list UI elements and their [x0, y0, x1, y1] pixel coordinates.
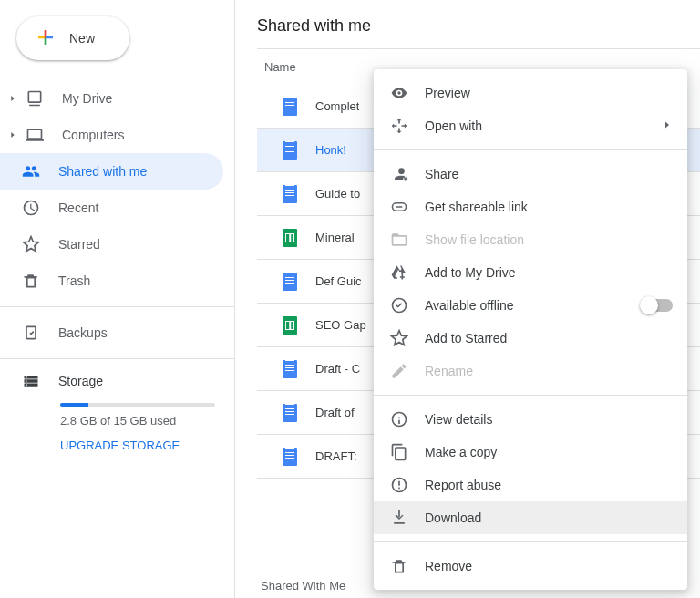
docs-icon: [279, 402, 301, 424]
menu-item-label: Remove: [425, 559, 472, 573]
storage-label: Storage: [58, 374, 103, 388]
docs-icon: [279, 96, 301, 118]
file-name: Complet: [315, 99, 359, 113]
download-icon: [388, 507, 410, 529]
menu-item-label: Download: [425, 510, 481, 525]
menu-item-remove[interactable]: Remove: [374, 550, 687, 583]
eye-icon: [388, 82, 410, 104]
divider: [0, 306, 234, 307]
share-icon: [388, 163, 410, 185]
menu-item-label: Add to Starred: [425, 331, 507, 345]
folder-icon: [388, 229, 410, 251]
file-name: Def Guic: [315, 274, 362, 288]
plus-icon: [35, 26, 57, 51]
docs-icon: [279, 139, 301, 161]
svg-point-2: [26, 384, 27, 386]
menu-item-preview[interactable]: Preview: [374, 77, 687, 109]
menu-item-label: Rename: [425, 364, 473, 378]
menu-item-view-details[interactable]: View details: [374, 403, 687, 436]
menu-item-label: Preview: [425, 86, 470, 100]
menu-divider: [374, 395, 687, 396]
nav-section-backups: Backups: [0, 311, 234, 355]
new-button-label: New: [69, 31, 95, 46]
menu-item-add-to-starred[interactable]: Add to Starred: [374, 322, 687, 355]
star-icon: [20, 233, 42, 255]
nav-item-computers[interactable]: Computers: [0, 117, 223, 153]
drive-add-icon: [388, 262, 410, 284]
star-icon: [388, 327, 410, 349]
chevron-right-icon[interactable]: [5, 130, 20, 139]
menu-item-report-abuse[interactable]: Report abuse: [374, 469, 687, 501]
menu-divider: [374, 541, 687, 542]
drive-icon: [24, 88, 46, 109]
menu-item-label: View details: [425, 412, 492, 427]
chevron-right-icon[interactable]: [5, 94, 20, 103]
nav-item-label: Trash: [58, 273, 90, 288]
file-name: Draft - C: [315, 362, 360, 376]
nav-item-label: Recent: [58, 201, 98, 215]
clock-icon: [20, 197, 42, 219]
menu-item-get-shareable-link[interactable]: Get shareable link: [374, 191, 687, 223]
nav-section-main: My Drive Computers Shared with me Recent…: [0, 77, 234, 303]
info-icon: [388, 408, 410, 430]
svg-point-0: [26, 376, 27, 378]
menu-item-add-to-my-drive[interactable]: Add to My Drive: [374, 256, 687, 289]
menu-item-available-offline[interactable]: Available offline: [374, 289, 687, 322]
upgrade-storage-link[interactable]: UPGRADE STORAGE: [60, 438, 212, 452]
offline-icon: [388, 294, 410, 316]
menu-item-label: Available offline: [425, 298, 514, 313]
nav-item-recent[interactable]: Recent: [0, 190, 223, 226]
file-name: Honk!: [315, 143, 346, 157]
context-menu: PreviewOpen withShareGet shareable linkS…: [374, 69, 687, 590]
nav-item-trash[interactable]: Trash: [0, 263, 223, 299]
menu-item-show-file-location: Show file location: [374, 223, 687, 256]
page-title: Shared with me: [257, 16, 700, 49]
file-name: DRAFT:: [315, 449, 357, 463]
nav-item-label: Computers: [62, 128, 124, 142]
nav-item-my-drive[interactable]: My Drive: [0, 80, 223, 117]
chevron-right-icon: [662, 119, 673, 133]
computer-icon: [24, 124, 46, 146]
nav-item-label: My Drive: [62, 91, 112, 106]
link-icon: [388, 196, 410, 218]
menu-divider: [374, 150, 687, 150]
menu-item-label: Show file location: [425, 232, 524, 247]
divider: [0, 358, 234, 359]
menu-item-make-a-copy[interactable]: Make a copy: [374, 436, 687, 469]
sidebar: New My Drive Computers Shared with me Re…: [0, 0, 235, 598]
storage-icon: [20, 370, 42, 392]
toggle-switch[interactable]: [642, 299, 673, 312]
sheets-icon: [279, 314, 301, 336]
backup-icon: [20, 322, 42, 344]
storage-block: Storage 2.8 GB of 15 GB used UPGRADE STO…: [0, 363, 234, 452]
new-button[interactable]: New: [16, 16, 129, 60]
menu-item-label: Report abuse: [425, 478, 501, 492]
people-icon: [20, 160, 42, 182]
menu-item-open-with[interactable]: Open with: [374, 109, 687, 142]
menu-item-share[interactable]: Share: [374, 158, 687, 191]
file-name: SEO Gap: [315, 318, 366, 332]
docs-icon: [279, 271, 301, 293]
menu-item-label: Get shareable link: [425, 200, 528, 214]
nav-item-storage[interactable]: Storage: [20, 370, 212, 392]
rename-icon: [388, 360, 410, 382]
nav-item-starred[interactable]: Starred: [0, 226, 223, 263]
sheets-icon: [279, 227, 301, 249]
copy-icon: [388, 441, 410, 463]
open-with-icon: [388, 115, 410, 137]
docs-icon: [279, 446, 301, 468]
file-name: Draft of: [315, 406, 355, 419]
nav-item-label: Starred: [58, 237, 100, 252]
menu-item-label: Open with: [425, 119, 482, 133]
trash-icon: [20, 270, 42, 292]
file-name: Guide to: [315, 187, 360, 201]
menu-item-label: Share: [425, 167, 458, 181]
docs-icon: [279, 358, 301, 380]
nav-item-backups[interactable]: Backups: [0, 314, 223, 351]
docs-icon: [279, 183, 301, 205]
file-name: Mineral: [315, 231, 355, 244]
svg-point-1: [26, 380, 27, 382]
storage-bar: [60, 403, 215, 407]
menu-item-download[interactable]: Download: [374, 501, 687, 534]
nav-item-shared-with-me[interactable]: Shared with me: [0, 153, 223, 190]
